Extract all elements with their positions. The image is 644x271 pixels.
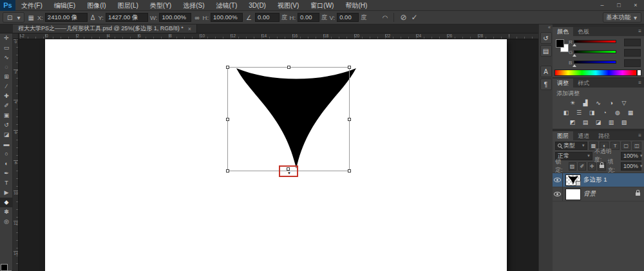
vskew-field[interactable]: 0.00 (337, 13, 359, 22)
visibility-toggle[interactable] (553, 173, 563, 187)
filter-shape-layers-icon[interactable]: ▢ (621, 142, 630, 150)
transform-handle-top-center[interactable] (287, 66, 290, 69)
hskew-field[interactable]: 0.00 (298, 13, 319, 22)
menu-view[interactable]: 视图(V) (272, 0, 305, 11)
exposure-icon[interactable]: ◑ (606, 98, 616, 108)
history-brush-tool[interactable]: ↺ (0, 120, 13, 130)
commit-transform-button[interactable]: ✓ (410, 13, 419, 22)
reference-point-locator-icon[interactable]: ▦ (26, 14, 35, 21)
transform-handle-bottom-right[interactable] (348, 169, 351, 173)
lock-all-icon[interactable] (598, 162, 605, 171)
tab-channels[interactable]: 通道 (573, 131, 594, 140)
link-aspect-icon[interactable]: ∞ (193, 14, 200, 21)
menu-filter[interactable]: 滤镜(T) (211, 0, 243, 11)
workspace-switcher[interactable]: 基本功能 ▾ (603, 12, 641, 23)
green-slider-thumb[interactable] (573, 54, 576, 57)
pen-tool[interactable]: ✒ (0, 169, 13, 178)
panel-menu-icon[interactable]: ≡ (638, 79, 644, 88)
blue-slider-thumb[interactable] (573, 64, 576, 67)
history-panel-button[interactable]: ↺ (540, 32, 552, 44)
color-lookup-icon[interactable]: ▦ (625, 108, 636, 118)
properties-panel-button[interactable]: ▤ (540, 45, 552, 57)
white-swatch[interactable] (637, 70, 641, 76)
type-tool[interactable]: T (0, 178, 13, 188)
height-field[interactable]: 100.00% (211, 13, 243, 22)
layer-name[interactable]: 背景 (583, 190, 596, 198)
tab-color[interactable]: 颜色 (553, 27, 573, 36)
transform-handle-bottom-left[interactable] (226, 169, 229, 173)
tab-styles[interactable]: 样式 (573, 79, 594, 88)
gradient-tool[interactable]: ▬ (0, 140, 13, 149)
invert-icon[interactable]: ◩ (567, 118, 578, 127)
opacity-field[interactable]: 100% ▾ (621, 152, 641, 160)
lock-position-icon[interactable]: ✛ (588, 162, 596, 171)
path-selection-tool[interactable]: ▶ (0, 188, 13, 198)
paragraph-panel-button[interactable]: ¶ (540, 79, 552, 90)
selective-color-icon[interactable]: ▧ (619, 118, 629, 127)
lock-image-pixels-icon[interactable]: ✐ (578, 162, 586, 171)
color-spectrum-ramp[interactable] (554, 70, 637, 76)
tab-swatches[interactable]: 色板 (573, 27, 594, 36)
quick-selection-tool[interactable]: ◌ (0, 62, 13, 72)
zoom-tool[interactable]: ◎ (0, 217, 13, 227)
red-slider[interactable] (574, 40, 616, 43)
y-position-field[interactable]: 1427.00 像 (106, 13, 148, 22)
blue-slider[interactable] (574, 61, 616, 64)
layer-thumbnail[interactable] (565, 189, 581, 200)
black-white-icon[interactable]: ◨ (587, 108, 597, 118)
transform-handle-top-right[interactable] (348, 66, 351, 69)
blur-tool[interactable]: ○ (0, 149, 13, 159)
transform-handle-top-left[interactable] (226, 66, 229, 69)
blue-value-field[interactable] (624, 59, 641, 67)
document-canvas[interactable]: ▼ (45, 39, 507, 271)
warp-mode-toggle[interactable]: ◠ (381, 14, 390, 21)
threshold-icon[interactable]: ◪ (593, 118, 603, 127)
tab-layers[interactable]: 图层 (553, 131, 573, 140)
transform-handle-middle-right[interactable] (348, 118, 351, 121)
clone-stamp-tool[interactable]: ▣ (0, 111, 13, 120)
color-balance-icon[interactable]: ☰ (574, 108, 584, 118)
gradient-map-icon[interactable]: ▥ (606, 118, 616, 127)
layer-row-background[interactable]: 背景 (553, 187, 644, 201)
curves-icon[interactable]: ∿ (593, 98, 603, 108)
lasso-tool[interactable]: ∿ (0, 53, 13, 62)
tab-close-icon[interactable]: × (188, 26, 191, 32)
layer-thumbnail[interactable] (565, 174, 581, 186)
menu-type[interactable]: 类型(Y) (144, 0, 177, 11)
transform-bounding-box[interactable] (227, 67, 350, 171)
menu-edit[interactable]: 编辑(E) (48, 0, 81, 11)
vibrance-icon[interactable]: ▽ (619, 98, 629, 108)
tool-preset-picker[interactable]: ⊡ ▾ (3, 12, 24, 23)
transform-handle-bottom-center[interactable] (287, 167, 290, 171)
menu-layer[interactable]: 图层(L) (112, 0, 144, 11)
foreground-color-swatch[interactable] (1, 264, 8, 271)
transform-handle-middle-left[interactable] (226, 118, 229, 121)
brush-tool[interactable]: ✐ (0, 101, 13, 111)
lock-transparent-pixels-icon[interactable]: ▨ (569, 162, 576, 171)
menu-image[interactable]: 图像(I) (81, 0, 111, 11)
menu-3d[interactable]: 3D(D) (243, 0, 272, 11)
layer-row-polygon[interactable]: 多边形 1 (553, 173, 644, 187)
rotation-field[interactable]: 0.00 (255, 13, 279, 22)
panel-menu-icon[interactable]: ≡ (638, 27, 644, 36)
visibility-toggle[interactable] (553, 187, 563, 201)
ruler-origin-corner[interactable] (13, 33, 19, 39)
width-field[interactable]: 100.00% (159, 13, 191, 22)
red-value-field[interactable] (624, 39, 641, 46)
eraser-tool[interactable]: ◪ (0, 130, 13, 140)
tab-paths[interactable]: 路径 (594, 131, 614, 140)
filter-smart-objects-icon[interactable]: ◫ (632, 142, 641, 150)
minimize-button[interactable]: – (594, 0, 611, 11)
marquee-tool[interactable]: ▭ (0, 43, 13, 53)
panel-menu-icon[interactable]: ≡ (638, 131, 644, 140)
layer-filter-dropdown[interactable]: 类型 ▾ (555, 142, 587, 150)
horizontal-ruler[interactable]: -2 0 2 4 6 8 10 12 14 16 18 20 22 24 26 … (19, 33, 538, 39)
eyedropper-tool[interactable]: ∕ (0, 82, 13, 91)
menu-help[interactable]: 帮助(H) (339, 0, 373, 11)
menu-window[interactable]: 窗口(W) (305, 0, 339, 11)
layer-name[interactable]: 多边形 1 (583, 176, 607, 184)
character-panel-button[interactable]: A (540, 66, 552, 77)
close-button[interactable]: × (627, 0, 644, 11)
hand-tool[interactable]: ✽ (0, 207, 13, 217)
photo-filter-icon[interactable]: ◔ (600, 108, 610, 118)
